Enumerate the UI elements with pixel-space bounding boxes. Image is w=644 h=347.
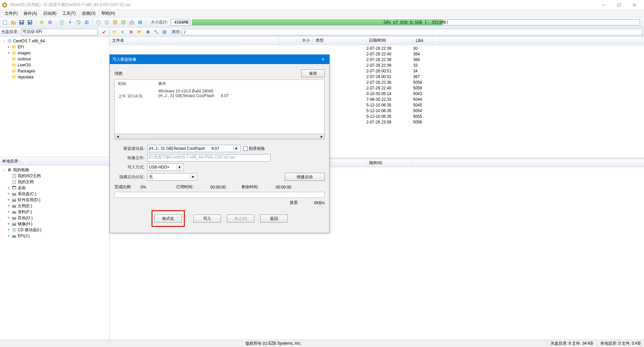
back-button[interactable]: 返回 bbox=[260, 215, 288, 223]
info-icon[interactable]: i bbox=[136, 19, 144, 26]
close-button[interactable] bbox=[627, 0, 642, 10]
image-file-input[interactable]: E:\迅雷下载\CentOS-7-x86_64-DVD-2207-02.iso bbox=[147, 154, 271, 161]
add-file-icon[interactable]: + bbox=[58, 19, 65, 26]
props-icon[interactable]: 🔧 bbox=[152, 28, 160, 36]
maximize-button[interactable] bbox=[611, 0, 627, 10]
tree-item[interactable]: Packages bbox=[1, 68, 108, 74]
table-row[interactable]: 2-07-26 22:3930 bbox=[109, 45, 644, 51]
verify-checkbox[interactable]: 刻录校验 bbox=[243, 146, 265, 151]
open-icon[interactable] bbox=[10, 19, 17, 26]
tree-item[interactable]: +镜像(H:) bbox=[1, 221, 108, 227]
message-label: 消息: bbox=[114, 71, 123, 76]
tree-item[interactable]: +桌面 bbox=[1, 185, 108, 191]
col-date-lower[interactable]: 期/时间 bbox=[366, 159, 413, 167]
tool-a-icon[interactable] bbox=[38, 19, 45, 26]
dialog-close-icon[interactable]: ✕ bbox=[319, 57, 327, 62]
tree-item[interactable]: 我的文档 bbox=[1, 179, 108, 185]
svg-rect-8 bbox=[21, 21, 23, 22]
image-label: 映像文件: bbox=[114, 155, 144, 161]
tree-item[interactable]: +images bbox=[1, 50, 108, 56]
minimize-button[interactable] bbox=[596, 0, 611, 10]
col-lba[interactable]: LBA bbox=[413, 37, 440, 44]
tree-root[interactable]: − CentOS 7 x86_64 bbox=[1, 38, 108, 44]
folder-icon bbox=[11, 51, 17, 55]
new-folder-icon[interactable]: 📂 bbox=[136, 28, 143, 36]
chevron-down-icon: ▾ bbox=[233, 146, 239, 151]
col-name[interactable]: 文件名 bbox=[109, 37, 280, 44]
mount-icon[interactable] bbox=[128, 19, 135, 26]
remain-label: 剩余时间: bbox=[229, 184, 259, 190]
tree-item[interactable]: +EFI(J:) bbox=[1, 233, 108, 239]
drive-combo[interactable]: (H:,J:, 31 GB)Teclast CoolFlash 8.07 ▾ bbox=[147, 145, 241, 152]
write-method-combo[interactable]: USB-HDD+ ▾ bbox=[147, 163, 184, 171]
save-icon[interactable] bbox=[18, 19, 25, 26]
local-tree[interactable]: −我的电脑 我的ISO文档我的文档+桌面+系统盘(C:)+软件应用(D:)+文档… bbox=[0, 165, 109, 340]
menu-boot[interactable]: 启动(B) bbox=[40, 10, 59, 17]
speed-label: 速度: bbox=[290, 200, 299, 206]
msg-scrollbar[interactable]: ◂ ▸ bbox=[115, 133, 324, 139]
tree-item[interactable]: LiveOS bbox=[1, 62, 108, 68]
menu-options[interactable]: 选项(O) bbox=[79, 10, 98, 17]
tool-b-icon[interactable] bbox=[46, 19, 54, 26]
drive-icon bbox=[11, 234, 17, 238]
globe-icon[interactable] bbox=[83, 19, 90, 26]
doc-icon bbox=[11, 180, 17, 184]
desk-icon bbox=[11, 186, 17, 190]
progress-bar bbox=[114, 192, 325, 198]
menu-tools[interactable]: 工具(T) bbox=[60, 10, 78, 17]
tree-item[interactable]: +CD 驱动器(I:) bbox=[1, 227, 108, 233]
saveas-icon[interactable] bbox=[26, 19, 34, 26]
menu-help[interactable]: 帮助(H) bbox=[99, 10, 118, 17]
tree-root[interactable]: −我的电脑 bbox=[1, 167, 108, 173]
boot-check-icon[interactable] bbox=[100, 28, 108, 36]
file-list-header: 文件名 大小 类型 日期/时间 LBA bbox=[109, 37, 644, 45]
scroll-right-icon[interactable]: ▸ bbox=[319, 134, 324, 139]
tree-item[interactable]: +资料(F:) bbox=[1, 209, 108, 215]
menu-file[interactable]: 文件(F) bbox=[2, 10, 20, 17]
col-size[interactable]: 大小 bbox=[280, 37, 313, 44]
col-type[interactable]: 类型 bbox=[313, 37, 366, 44]
tree-item[interactable]: +软件应用(D:) bbox=[1, 197, 108, 203]
scroll-left-icon[interactable]: ◂ bbox=[115, 134, 120, 139]
quick-boot-button[interactable]: 便捷启动 bbox=[285, 173, 325, 181]
tree-item[interactable]: 我的ISO文档 bbox=[1, 173, 108, 179]
tree-item[interactable]: +其他(G:) bbox=[1, 215, 108, 221]
refresh-icon[interactable] bbox=[75, 19, 82, 26]
dialog-titlebar[interactable]: 写入硬盘映像 ✕ bbox=[110, 55, 329, 64]
svg-rect-23 bbox=[130, 22, 134, 24]
size-input[interactable] bbox=[170, 19, 190, 26]
scroll-track[interactable] bbox=[120, 134, 319, 139]
compress-icon[interactable] bbox=[120, 19, 127, 26]
new-icon[interactable] bbox=[1, 19, 9, 26]
delete-icon[interactable] bbox=[127, 28, 135, 36]
disc-2-icon[interactable] bbox=[111, 19, 119, 26]
boot-type-combo[interactable]: 可启动 EFI bbox=[21, 29, 98, 35]
disc-1-icon[interactable] bbox=[95, 19, 102, 26]
up-icon[interactable]: 📁 bbox=[111, 28, 118, 36]
folder-icon bbox=[11, 45, 17, 49]
main-toolbar: + i 大小总计: 56% of DVD 8.5GB (- 3553MB) bbox=[0, 17, 644, 27]
save-button[interactable]: 保存 bbox=[301, 69, 325, 77]
iso-tree[interactable]: − CentOS 7 x86_64 +EFI +images isolinux … bbox=[0, 37, 109, 157]
drive-icon bbox=[11, 198, 17, 202]
gear-icon[interactable]: ⚙ bbox=[144, 28, 151, 36]
path-input[interactable] bbox=[182, 29, 643, 35]
tree-item[interactable]: +EFI bbox=[1, 44, 108, 50]
tree-item[interactable]: isolinux bbox=[1, 56, 108, 62]
write-button[interactable]: 写入 bbox=[194, 215, 221, 223]
menu-action[interactable]: 操作(A) bbox=[21, 10, 40, 17]
tree-item[interactable]: repodata bbox=[1, 74, 108, 80]
extract-icon[interactable] bbox=[66, 19, 74, 26]
tree-item[interactable]: +系统盘(C:) bbox=[1, 191, 108, 197]
local-dir-label: 本地目录: bbox=[2, 158, 19, 164]
format-button[interactable]: 格式化 bbox=[154, 215, 182, 223]
disc-burn-icon[interactable] bbox=[103, 19, 110, 26]
status-local: 本地目录: 0 文件, 0 KB bbox=[597, 340, 644, 347]
col-date[interactable]: 日期/时间 bbox=[366, 37, 413, 44]
info2-icon[interactable]: i bbox=[161, 28, 168, 36]
elapsed-value: 00:00:00 bbox=[196, 185, 226, 190]
back-icon[interactable] bbox=[119, 28, 126, 36]
statusbar: 版权所有 (c) EZB Systems, Inc. 光盘目录: 8 文件, 3… bbox=[0, 340, 644, 347]
hidden-partition-combo[interactable]: 无 ▾ bbox=[147, 173, 197, 181]
tree-item[interactable]: +文档(E:) bbox=[1, 203, 108, 209]
